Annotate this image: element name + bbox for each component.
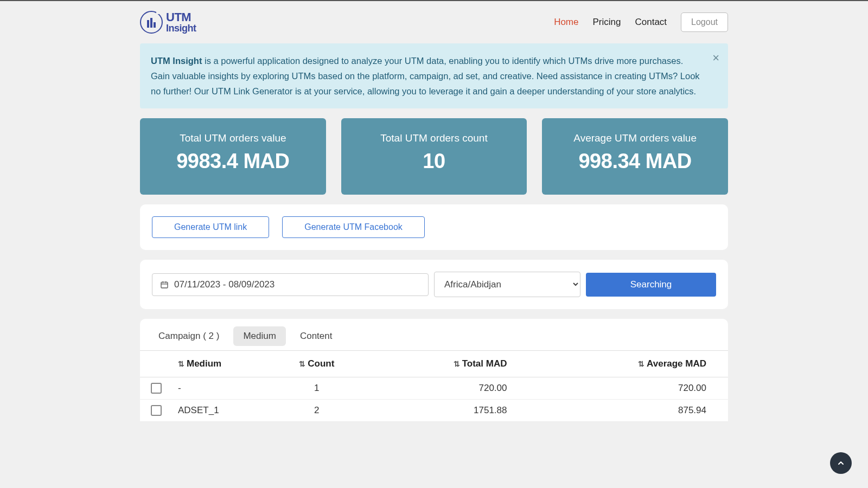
logo-icon xyxy=(140,11,163,34)
sort-icon: ⇅ xyxy=(299,359,305,368)
stat-value: 9983.4 MAD xyxy=(145,150,321,173)
stat-total-count: Total UTM orders count 10 xyxy=(341,118,527,195)
cell-medium: - xyxy=(173,377,274,400)
date-range-value: 07/11/2023 - 08/09/2023 xyxy=(174,279,275,290)
cell-total: 720.00 xyxy=(360,377,550,400)
sort-icon: ⇅ xyxy=(178,359,184,368)
close-icon[interactable]: × xyxy=(712,52,719,64)
results-tabs: Campaign ( 2 ) Medium Content xyxy=(140,319,728,346)
cell-average: 720.00 xyxy=(550,377,728,400)
brand-text: UTM Insight xyxy=(166,11,196,33)
stats-row: Total UTM orders value 9983.4 MAD Total … xyxy=(140,118,728,195)
col-average[interactable]: ⇅Average MAD xyxy=(550,351,728,377)
search-button[interactable]: Searching xyxy=(586,273,716,297)
table-row: ADSET_1 2 1751.88 875.94 xyxy=(140,400,728,422)
row-checkbox[interactable] xyxy=(151,383,162,394)
nav-contact[interactable]: Contact xyxy=(635,17,667,28)
cell-count: 2 xyxy=(274,400,360,422)
filter-panel: 07/11/2023 - 08/09/2023 Africa/Abidjan S… xyxy=(140,260,728,309)
cell-count: 1 xyxy=(274,377,360,400)
sort-icon: ⇅ xyxy=(454,359,460,368)
table-row: - 1 720.00 720.00 xyxy=(140,377,728,400)
results-table: ⇅Medium ⇅Count ⇅Total MAD ⇅Average MAD -… xyxy=(140,350,728,422)
stat-total-value: Total UTM orders value 9983.4 MAD xyxy=(140,118,326,195)
main-nav: Home Pricing Contact Logout xyxy=(554,12,728,32)
results-panel: Campaign ( 2 ) Medium Content ⇅Medium ⇅C… xyxy=(140,319,728,422)
timezone-select[interactable]: Africa/Abidjan xyxy=(434,272,580,297)
cell-medium: ADSET_1 xyxy=(173,400,274,422)
generate-panel: Generate UTM link Generate UTM Facebook xyxy=(140,204,728,250)
stat-average-value: Average UTM orders value 998.34 MAD xyxy=(542,118,728,195)
generate-utm-link-button[interactable]: Generate UTM link xyxy=(152,216,269,238)
nav-pricing[interactable]: Pricing xyxy=(593,17,621,28)
col-medium[interactable]: ⇅Medium xyxy=(173,351,274,377)
stat-label: Total UTM orders value xyxy=(145,132,321,144)
calendar-icon xyxy=(160,280,169,289)
stat-label: Total UTM orders count xyxy=(347,132,522,144)
stat-value: 10 xyxy=(347,150,522,173)
banner-title: UTM Insight xyxy=(151,56,202,66)
stat-label: Average UTM orders value xyxy=(547,132,723,144)
cell-total: 1751.88 xyxy=(360,400,550,422)
col-total[interactable]: ⇅Total MAD xyxy=(360,351,550,377)
date-range-input[interactable]: 07/11/2023 - 08/09/2023 xyxy=(152,273,429,296)
info-banner: UTM Insight is a powerful application de… xyxy=(140,43,728,108)
chevron-up-icon xyxy=(837,459,845,467)
cell-average: 875.94 xyxy=(550,400,728,422)
sort-icon: ⇅ xyxy=(638,359,644,368)
stat-value: 998.34 MAD xyxy=(547,150,723,173)
generate-utm-facebook-button[interactable]: Generate UTM Facebook xyxy=(282,216,425,238)
tab-medium[interactable]: Medium xyxy=(233,326,285,346)
tab-campaign[interactable]: Campaign ( 2 ) xyxy=(149,326,229,346)
banner-text: is a powerful application designed to an… xyxy=(151,56,700,96)
brand-logo[interactable]: UTM Insight xyxy=(140,11,196,34)
svg-rect-0 xyxy=(161,282,168,288)
col-count[interactable]: ⇅Count xyxy=(274,351,360,377)
nav-home[interactable]: Home xyxy=(554,17,578,28)
header: UTM Insight Home Pricing Contact Logout xyxy=(140,1,728,43)
tab-content[interactable]: Content xyxy=(290,326,342,346)
logout-button[interactable]: Logout xyxy=(681,12,728,32)
row-checkbox[interactable] xyxy=(151,405,162,416)
scroll-to-top-button[interactable] xyxy=(830,452,852,474)
